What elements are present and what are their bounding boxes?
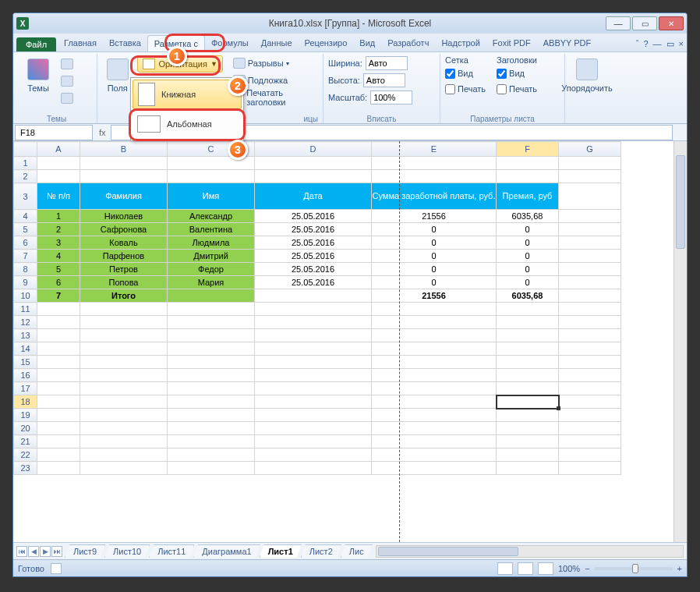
sheet-tab-Диаграмма1[interactable]: Диаграмма1 <box>193 544 260 558</box>
cell[interactable] <box>37 316 80 329</box>
cell[interactable]: Парфенов <box>80 250 168 263</box>
cell[interactable]: Петров <box>80 263 168 276</box>
ribbon-tab-8[interactable]: Надстрой <box>435 35 486 51</box>
zoom-knob[interactable] <box>632 564 638 573</box>
cell[interactable] <box>255 382 372 395</box>
row-header-14[interactable]: 14 <box>14 342 37 356</box>
cell[interactable]: Дмитрий <box>168 250 255 263</box>
cell[interactable] <box>255 329 372 342</box>
cell[interactable]: Федор <box>168 263 255 276</box>
cell[interactable] <box>255 316 372 329</box>
cell[interactable] <box>372 435 497 448</box>
vscroll-thumb[interactable] <box>676 155 685 249</box>
row-header-8[interactable]: 8 <box>14 263 37 276</box>
cell[interactable]: 5 <box>37 263 80 276</box>
cell[interactable] <box>37 303 80 316</box>
cell[interactable]: Коваль <box>80 236 168 250</box>
cell[interactable] <box>559 289 621 303</box>
cell[interactable] <box>37 356 80 369</box>
cell[interactable] <box>37 395 80 409</box>
row-header-7[interactable]: 7 <box>14 250 37 263</box>
cell[interactable] <box>80 342 168 356</box>
cell[interactable] <box>255 170 372 183</box>
cell[interactable] <box>255 409 372 422</box>
cell[interactable] <box>559 263 621 276</box>
cell[interactable] <box>37 157 80 170</box>
col-header-B[interactable]: B <box>80 142 168 157</box>
page-layout-view-button[interactable] <box>518 562 533 575</box>
help-icon[interactable]: ? <box>643 39 648 49</box>
breaks-button[interactable]: Разрывы▾ <box>231 55 318 71</box>
themes-button[interactable]: Темы <box>21 55 55 107</box>
cell[interactable] <box>80 170 168 183</box>
cell[interactable] <box>168 422 255 435</box>
cell[interactable] <box>168 448 255 462</box>
cell[interactable] <box>372 157 497 170</box>
cell[interactable] <box>37 369 80 382</box>
row-header-11[interactable]: 11 <box>14 303 37 316</box>
cell[interactable] <box>255 342 372 356</box>
cell[interactable] <box>559 157 621 170</box>
cell[interactable]: 25.05.2016 <box>255 276 372 289</box>
mdi-min-icon[interactable]: — <box>653 39 662 49</box>
cell[interactable] <box>497 369 559 382</box>
cell[interactable]: Премия, руб <box>497 183 559 210</box>
sheet-tab-Лист11[interactable]: Лист11 <box>149 544 194 558</box>
cell[interactable] <box>372 316 497 329</box>
fx-icon[interactable]: fx <box>94 128 111 137</box>
cell[interactable] <box>559 342 621 356</box>
cell[interactable] <box>559 276 621 289</box>
theme-effects-button[interactable] <box>58 90 76 106</box>
cell[interactable] <box>80 316 168 329</box>
cell[interactable] <box>168 462 255 475</box>
col-header-F[interactable]: F <box>497 142 559 157</box>
cell[interactable]: 6035,68 <box>497 289 559 303</box>
cell[interactable]: Людмила <box>168 236 255 250</box>
cell[interactable] <box>497 435 559 448</box>
cell[interactable] <box>255 356 372 369</box>
cell[interactable]: Мария <box>168 276 255 289</box>
cell[interactable] <box>372 395 497 409</box>
cell[interactable] <box>497 462 559 475</box>
row-header-22[interactable]: 22 <box>14 448 37 462</box>
cell[interactable]: Александр <box>168 210 255 223</box>
cell[interactable]: 0 <box>497 223 559 236</box>
ribbon-tab-6[interactable]: Вид <box>353 35 381 51</box>
cell[interactable]: Фамилия <box>80 183 168 210</box>
cell[interactable]: 0 <box>372 223 497 236</box>
cell[interactable] <box>168 395 255 409</box>
cell[interactable]: Сумма заработной платы, руб. <box>372 183 497 210</box>
cell[interactable] <box>80 303 168 316</box>
ribbon-tab-0[interactable]: Главная <box>58 35 103 51</box>
cell[interactable]: Валентина <box>168 223 255 236</box>
cell[interactable]: Итого <box>80 289 168 303</box>
row-header-17[interactable]: 17 <box>14 382 37 395</box>
row-header-9[interactable]: 9 <box>14 276 37 289</box>
cell[interactable] <box>255 462 372 475</box>
cell[interactable] <box>80 409 168 422</box>
file-tab[interactable]: Файл <box>16 37 56 51</box>
cell[interactable]: 25.05.2016 <box>255 223 372 236</box>
cell[interactable]: № п/п <box>37 183 80 210</box>
cell[interactable] <box>168 435 255 448</box>
cell[interactable] <box>37 422 80 435</box>
zoom-out-button[interactable]: − <box>585 564 589 573</box>
cell[interactable] <box>168 409 255 422</box>
col-header-D[interactable]: D <box>255 142 372 157</box>
cell[interactable] <box>559 422 621 435</box>
zoom-level[interactable]: 100% <box>558 564 580 573</box>
cell[interactable]: 2 <box>37 223 80 236</box>
cell[interactable] <box>37 462 80 475</box>
row-header-18[interactable]: 18 <box>14 395 37 409</box>
gridlines-print-check[interactable]: Печать <box>445 82 486 96</box>
cell[interactable] <box>497 157 559 170</box>
theme-fonts-button[interactable] <box>58 73 76 89</box>
sheet-tab-Лист1[interactable]: Лист1 <box>260 544 302 558</box>
cell[interactable] <box>559 303 621 316</box>
cell[interactable] <box>80 435 168 448</box>
close-button[interactable]: ✕ <box>659 16 684 30</box>
cell[interactable]: 0 <box>497 276 559 289</box>
cell[interactable]: 25.05.2016 <box>255 236 372 250</box>
cell[interactable] <box>80 157 168 170</box>
cell[interactable]: 6 <box>37 276 80 289</box>
